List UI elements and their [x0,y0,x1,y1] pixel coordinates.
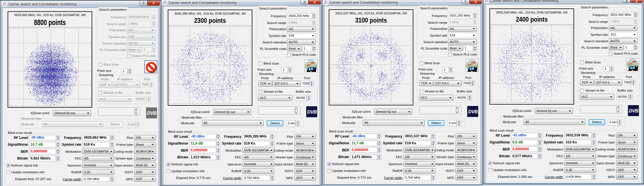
svg-text:DVB: DVB [147,110,157,116]
svg-text:DVB: DVB [468,109,478,114]
svg-text:DVB: DVB [629,108,639,113]
svg-text:DVB: DVB [307,109,317,114]
